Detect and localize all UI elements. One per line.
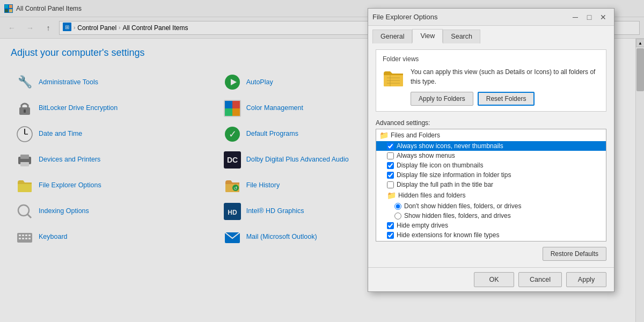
label-hide-empty-drives: Hide empty drives [397, 222, 448, 229]
checkbox-display-file-size[interactable] [387, 172, 394, 179]
label-display-file-icon: Display file icon on thumbnails [397, 162, 483, 169]
folder-views-icon [383, 67, 404, 89]
folder-views-buttons: Apply to Folders Reset Folders [411, 92, 599, 106]
checkbox-display-file-icon[interactable] [387, 162, 394, 169]
radio-item-dont-show[interactable]: Don't show hidden files, folders, or dri… [376, 201, 606, 211]
cancel-btn[interactable]: Cancel [518, 272, 562, 287]
advanced-settings-section: Advanced settings: 📁 Files and Folders A… [376, 119, 606, 241]
settings-item-1[interactable]: Always show menus [376, 151, 606, 160]
files-and-folders-header: 📁 Files and Folders [376, 129, 606, 141]
settings-item-10[interactable]: Hide folder merge conflicts [376, 240, 606, 241]
label-always-show-icons: Always show icons, never thumbnails [397, 142, 503, 150]
label-dont-show-hidden: Don't show hidden files, folders, or dri… [404, 202, 521, 210]
label-show-hidden: Show hidden files, folders, and drives [404, 212, 511, 219]
checkbox-always-show-menus[interactable] [387, 152, 394, 159]
radio-show-hidden[interactable] [394, 213, 401, 219]
radio-dont-show-hidden[interactable] [394, 203, 401, 210]
hidden-files-subgroup: 📁 Hidden files and folders [376, 189, 606, 201]
dialog-titlebar: File Explorer Options ─ □ ✕ [368, 9, 614, 26]
dialog-title: File Explorer Options [372, 13, 437, 21]
dialog-footer-section: Restore Defaults [376, 247, 606, 261]
settings-listbox[interactable]: 📁 Files and Folders Always show icons, n… [376, 129, 606, 241]
settings-item-8[interactable]: Hide empty drives [376, 221, 606, 230]
label-display-full-path: Display the full path in the title bar [397, 181, 493, 188]
hidden-files-label: Hidden files and folders [398, 192, 465, 199]
label-hide-extensions: Hide extensions for known file types [397, 231, 499, 239]
folder-views-desc-area: You can apply this view (such as Details… [411, 67, 599, 106]
ok-btn[interactable]: OK [474, 272, 514, 287]
dialog-close-btn[interactable]: ✕ [597, 11, 610, 24]
restore-defaults-btn[interactable]: Restore Defaults [543, 247, 606, 261]
settings-item-4[interactable]: Display the full path in the title bar [376, 180, 606, 189]
checkbox-always-show-icons[interactable] [387, 143, 394, 150]
label-hide-merge-conflicts: Hide folder merge conflicts [397, 241, 473, 241]
settings-item-0[interactable]: Always show icons, never thumbnails [376, 141, 606, 151]
dialog-minimize-btn[interactable]: ─ [569, 11, 582, 24]
folder-views-section: Folder views You can apply this view (su… [376, 49, 606, 112]
files-folders-folder-icon: 📁 [379, 131, 389, 140]
radio-item-show-hidden[interactable]: Show hidden files, folders, and drives [376, 211, 606, 221]
folder-views-description: You can apply this view (such as Details… [411, 67, 599, 86]
dialog-maximize-btn[interactable]: □ [583, 11, 596, 24]
folder-views-content: You can apply this view (such as Details… [383, 67, 599, 106]
checkbox-hide-merge-conflicts[interactable] [387, 241, 394, 242]
tab-search[interactable]: Search [443, 30, 480, 43]
settings-item-2[interactable]: Display file icon on thumbnails [376, 160, 606, 170]
folder-views-label: Folder views [383, 55, 599, 63]
label-always-show-menus: Always show menus [397, 152, 455, 159]
settings-item-9[interactable]: Hide extensions for known file types [376, 230, 606, 240]
tab-view[interactable]: View [412, 29, 443, 43]
checkbox-hide-extensions[interactable] [387, 232, 394, 239]
hidden-files-folder-icon: 📁 [387, 191, 396, 200]
file-explorer-options-dialog: File Explorer Options ─ □ ✕ General View… [368, 8, 614, 292]
apply-to-folders-btn[interactable]: Apply to Folders [411, 92, 473, 106]
dialog-action-bar: OK Cancel Apply [368, 267, 614, 291]
tab-general[interactable]: General [372, 30, 412, 43]
apply-btn[interactable]: Apply [566, 272, 606, 287]
checkbox-hide-empty-drives[interactable] [387, 222, 394, 229]
advanced-settings-label: Advanced settings: [376, 119, 606, 127]
dialog-body: Folder views You can apply this view (su… [368, 43, 614, 267]
dialog-tabs: General View Search [368, 26, 614, 43]
reset-folders-btn[interactable]: Reset Folders [478, 92, 535, 106]
files-and-folders-label: Files and Folders [391, 131, 440, 139]
label-display-file-size: Display file size information in folder … [397, 171, 511, 179]
settings-item-3[interactable]: Display file size information in folder … [376, 170, 606, 180]
checkbox-display-full-path[interactable] [387, 181, 394, 188]
